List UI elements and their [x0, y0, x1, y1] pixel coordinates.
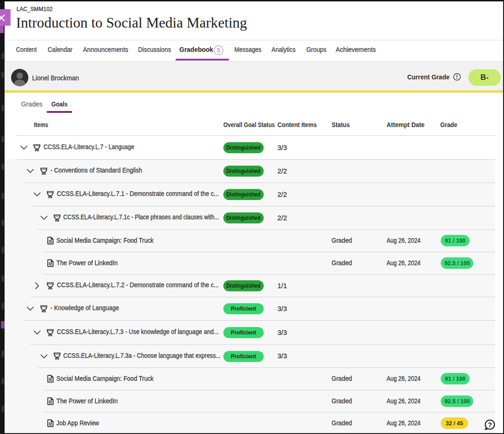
svg-text:?: ?	[488, 421, 492, 428]
